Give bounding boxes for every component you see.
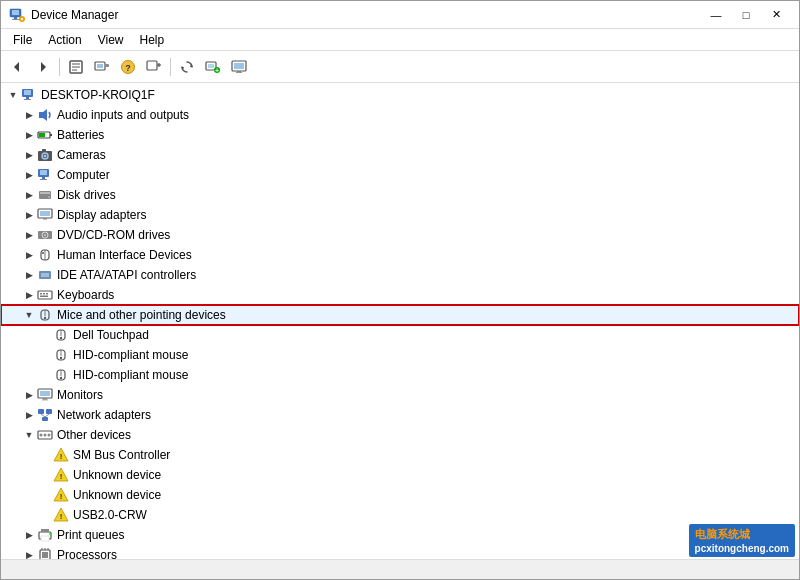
svg-rect-13	[97, 64, 103, 68]
tree-root[interactable]: ▼ DESKTOP-KROIQ1F	[1, 85, 799, 105]
processors-label: Processors	[57, 548, 117, 559]
expand-cameras[interactable]: ▶	[21, 147, 37, 163]
tree-item-monitors[interactable]: ▶ Monitors	[1, 385, 799, 405]
computer-root-icon	[21, 87, 37, 103]
expand-other[interactable]: ▼	[21, 427, 37, 443]
toolbar-sep-2	[170, 58, 171, 76]
tree-item-network[interactable]: ▶ Network adapters	[1, 405, 799, 425]
tree-item-dell-touchpad[interactable]: ▶ Dell Touchpad	[1, 325, 799, 345]
menu-file[interactable]: File	[5, 31, 40, 48]
svg-point-54	[44, 234, 46, 236]
expand-audio[interactable]: ▶	[21, 107, 37, 123]
tree-item-print[interactable]: ▶ Print queues	[1, 525, 799, 545]
tree-item-hid-mouse-1[interactable]: ▶ HID-compliant mouse	[1, 345, 799, 365]
device-tree[interactable]: ▼ DESKTOP-KROIQ1F ▶	[1, 83, 799, 559]
update-button[interactable]	[142, 55, 166, 79]
tree-item-hid-mouse-2[interactable]: ▶ HID-compliant mouse	[1, 365, 799, 385]
minimize-button[interactable]: —	[701, 5, 731, 25]
svg-rect-3	[12, 19, 19, 20]
svg-point-89	[44, 434, 47, 437]
tree-item-ide[interactable]: ▶ IDE ATA/ATAPI controllers	[1, 265, 799, 285]
tree-item-keyboards[interactable]: ▶ Keyboards	[1, 285, 799, 305]
tree-item-computer[interactable]: ▶ Computer	[1, 165, 799, 185]
tree-item-unknown-2[interactable]: ▶ ! Unknown device	[1, 485, 799, 505]
svg-rect-81	[42, 400, 48, 401]
expand-computer[interactable]: ▶	[21, 167, 37, 183]
tree-item-display[interactable]: ▶ Display adapters	[1, 205, 799, 225]
monitor-button[interactable]	[227, 55, 251, 79]
svg-text:!: !	[60, 512, 63, 521]
close-button[interactable]: ✕	[761, 5, 791, 25]
hid-icon	[37, 247, 53, 263]
svg-rect-82	[38, 409, 44, 414]
watermark: 电脑系统城 pcxitongcheng.com	[689, 524, 795, 557]
add-hardware-button[interactable]: +	[201, 55, 225, 79]
expand-icon-root[interactable]: ▼	[5, 87, 21, 103]
computer-icon	[37, 167, 53, 183]
svg-point-74	[60, 357, 62, 359]
refresh-button[interactable]	[175, 55, 199, 79]
expand-monitors[interactable]: ▶	[21, 387, 37, 403]
properties-button[interactable]	[64, 55, 88, 79]
expand-network[interactable]: ▶	[21, 407, 37, 423]
svg-rect-45	[40, 179, 47, 180]
disk-icon	[37, 187, 53, 203]
forward-button[interactable]	[31, 55, 55, 79]
tree-item-processors[interactable]: ▶ Processors	[1, 545, 799, 559]
svg-rect-50	[40, 211, 50, 216]
svg-rect-2	[14, 17, 17, 19]
svg-rect-83	[46, 409, 52, 414]
svg-rect-32	[26, 97, 29, 99]
tree-item-batteries[interactable]: ▶ Batteries	[1, 125, 799, 145]
back-button[interactable]	[5, 55, 29, 79]
svg-point-68	[44, 317, 46, 319]
title-bar: Device Manager — □ ✕	[1, 1, 799, 29]
svg-point-48	[48, 196, 50, 198]
keyboard-icon	[37, 287, 53, 303]
tree-item-usb-crw[interactable]: ▶ ! USB2.0-CRW	[1, 505, 799, 525]
svg-rect-43	[40, 170, 47, 175]
dvd-icon	[37, 227, 53, 243]
unknown-1-label: Unknown device	[73, 468, 161, 482]
expand-processors[interactable]: ▶	[21, 547, 37, 559]
tree-item-mice[interactable]: ▼ Mice and other pointing devices	[1, 305, 799, 325]
monitor-icon	[37, 387, 53, 403]
tree-item-disk[interactable]: ▶ Disk drives	[1, 185, 799, 205]
tree-item-sm-bus[interactable]: ▶ ! SM Bus Controller	[1, 445, 799, 465]
svg-rect-84	[42, 417, 48, 421]
expand-hid[interactable]: ▶	[21, 247, 37, 263]
expand-keyboards[interactable]: ▶	[21, 287, 37, 303]
expand-ide[interactable]: ▶	[21, 267, 37, 283]
maximize-button[interactable]: □	[731, 5, 761, 25]
scan-button[interactable]	[90, 55, 114, 79]
expand-display[interactable]: ▶	[21, 207, 37, 223]
tree-item-hid[interactable]: ▶ Human Interface Devices	[1, 245, 799, 265]
svg-line-85	[41, 414, 45, 417]
network-icon	[37, 407, 53, 423]
expand-batteries[interactable]: ▶	[21, 127, 37, 143]
svg-rect-31	[24, 90, 31, 95]
tree-item-other[interactable]: ▼ Other devices	[1, 425, 799, 445]
expand-disk[interactable]: ▶	[21, 187, 37, 203]
menu-action[interactable]: Action	[40, 31, 89, 48]
device-manager-window: Device Manager — □ ✕ File Action View He…	[0, 0, 800, 580]
expand-dvd[interactable]: ▶	[21, 227, 37, 243]
expand-mice[interactable]: ▼	[21, 307, 37, 323]
tree-item-cameras[interactable]: ▶ Cameras	[1, 145, 799, 165]
tree-item-unknown-1[interactable]: ▶ ! Unknown device	[1, 465, 799, 485]
svg-text:?: ?	[125, 63, 131, 73]
touchpad-icon	[53, 327, 69, 343]
svg-rect-51	[43, 218, 47, 220]
menu-help[interactable]: Help	[132, 31, 173, 48]
root-label: DESKTOP-KROIQ1F	[41, 88, 155, 102]
computer-label: Computer	[57, 168, 110, 182]
help-button[interactable]: ?	[116, 55, 140, 79]
batteries-label: Batteries	[57, 128, 104, 142]
tree-item-dvd[interactable]: ▶ DVD/CD-ROM drives	[1, 225, 799, 245]
hid-mouse-2-icon	[53, 367, 69, 383]
svg-rect-80	[43, 398, 47, 400]
expand-print[interactable]: ▶	[21, 527, 37, 543]
menu-bar: File Action View Help	[1, 29, 799, 51]
tree-item-audio[interactable]: ▶ Audio inputs and outputs	[1, 105, 799, 125]
menu-view[interactable]: View	[90, 31, 132, 48]
